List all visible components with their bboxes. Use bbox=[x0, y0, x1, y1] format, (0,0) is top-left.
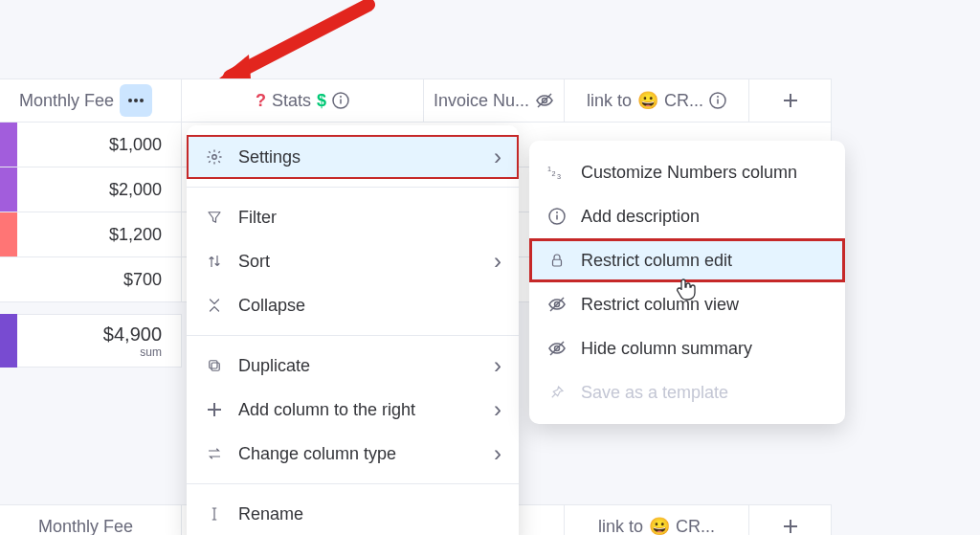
column-header-label: link to bbox=[598, 517, 643, 536]
column-header-monthly-fee[interactable]: Monthly Fee bbox=[0, 505, 182, 535]
collapse-icon bbox=[204, 297, 225, 314]
pointer-cursor-icon bbox=[675, 278, 698, 302]
menu-item-collapse[interactable]: Collapse bbox=[187, 283, 519, 327]
submenu-item-add-description[interactable]: Add description bbox=[529, 194, 845, 238]
menu-item-label: Change column type bbox=[238, 444, 396, 464]
question-mark-icon: ? bbox=[256, 91, 266, 111]
svg-point-11 bbox=[717, 96, 719, 98]
dollar-icon: $ bbox=[317, 91, 326, 111]
info-icon[interactable] bbox=[709, 92, 726, 109]
column-header-link[interactable]: link to 😀 CR... bbox=[565, 79, 749, 122]
menu-item-label: Settings bbox=[238, 147, 301, 167]
svg-point-6 bbox=[340, 96, 342, 98]
summary-value: $4,900 bbox=[103, 323, 162, 346]
column-header-label: link to bbox=[587, 91, 632, 111]
menu-item-label: Sort bbox=[238, 252, 270, 272]
chevron-right-icon: › bbox=[494, 354, 501, 377]
cell-value: $1,200 bbox=[109, 225, 162, 245]
svg-rect-18 bbox=[210, 361, 217, 368]
plus-icon bbox=[204, 401, 225, 418]
svg-rect-27 bbox=[553, 259, 562, 266]
menu-item-label: Filter bbox=[238, 208, 277, 228]
swap-icon bbox=[204, 445, 225, 462]
eye-off-icon bbox=[546, 295, 568, 314]
menu-item-filter[interactable]: Filter bbox=[187, 195, 519, 239]
menu-item-add-column-right[interactable]: Add column to the right › bbox=[187, 388, 519, 432]
cell-value: $700 bbox=[123, 270, 162, 290]
plus-icon bbox=[782, 518, 799, 535]
menu-item-duplicate[interactable]: Duplicate › bbox=[187, 344, 519, 388]
submenu-item-restrict-edit[interactable]: Restrict column edit bbox=[529, 238, 845, 282]
menu-item-label: Hide column summary bbox=[581, 339, 752, 359]
menu-item-label: Duplicate bbox=[238, 356, 310, 376]
submenu-item-customize[interactable]: 123 Customize Numbers column bbox=[529, 150, 845, 194]
svg-text:1: 1 bbox=[547, 165, 551, 173]
column-header-label: Monthly Fee bbox=[38, 517, 133, 536]
duplicate-icon bbox=[204, 357, 225, 374]
chevron-right-icon: › bbox=[494, 145, 501, 168]
chevron-right-icon: › bbox=[494, 250, 501, 273]
eye-off-icon bbox=[535, 91, 554, 110]
submenu-item-hide-summary[interactable]: Hide column summary bbox=[529, 326, 845, 370]
column-header-stats[interactable]: ? Stats $ bbox=[182, 79, 424, 122]
menu-item-label: Customize Numbers column bbox=[581, 163, 797, 183]
menu-item-sort[interactable]: Sort › bbox=[187, 239, 519, 283]
column-header-invoice[interactable]: Invoice Nu... bbox=[424, 79, 565, 122]
cell-monthly-fee[interactable]: $700 bbox=[17, 257, 182, 301]
column-summary-cell[interactable]: $4,900 sum bbox=[17, 314, 182, 368]
svg-point-16 bbox=[212, 155, 217, 160]
menu-item-label: Rename bbox=[238, 504, 303, 524]
menu-item-label: Collapse bbox=[238, 296, 305, 316]
dots-horizontal-icon bbox=[127, 98, 145, 103]
cell-monthly-fee[interactable]: $2,000 bbox=[17, 167, 182, 212]
column-context-menu: Settings › Filter Sort › Collapse Duplic… bbox=[187, 125, 519, 535]
pin-icon bbox=[546, 384, 568, 401]
column-header-label: Stats bbox=[272, 91, 311, 111]
svg-point-1 bbox=[128, 99, 132, 102]
info-icon[interactable] bbox=[332, 92, 349, 109]
svg-rect-25 bbox=[556, 215, 558, 220]
column-header-label: Invoice Nu... bbox=[434, 91, 529, 111]
chevron-right-icon: › bbox=[494, 442, 501, 465]
row-color bbox=[0, 167, 17, 212]
svg-rect-17 bbox=[212, 363, 219, 370]
add-column-button[interactable] bbox=[749, 79, 832, 122]
menu-item-label: Add description bbox=[581, 207, 700, 227]
menu-item-rename[interactable]: Rename bbox=[187, 492, 519, 535]
svg-point-26 bbox=[556, 212, 558, 213]
menu-item-label: Restrict column edit bbox=[581, 251, 732, 271]
columns-header-row: Monthly Fee ? Stats $ Invoice Nu... link… bbox=[0, 78, 832, 123]
column-header-label: Monthly Fee bbox=[19, 91, 114, 111]
summary-label: sum bbox=[140, 346, 162, 359]
menu-item-settings[interactable]: Settings › bbox=[187, 135, 519, 179]
emoji-icon: 😀 bbox=[637, 90, 658, 111]
info-icon bbox=[546, 208, 568, 225]
svg-text:2: 2 bbox=[552, 169, 556, 178]
cell-value: $1,000 bbox=[109, 135, 162, 155]
lock-icon bbox=[546, 252, 568, 269]
gear-icon bbox=[204, 148, 225, 166]
plus-icon bbox=[782, 92, 799, 109]
menu-item-change-type[interactable]: Change column type › bbox=[187, 432, 519, 476]
chevron-right-icon: › bbox=[494, 398, 501, 421]
eye-off-icon bbox=[546, 339, 568, 358]
row-color bbox=[0, 314, 17, 368]
column-more-button[interactable] bbox=[120, 84, 152, 117]
menu-item-label: Add column to the right bbox=[238, 400, 415, 420]
row-color bbox=[0, 257, 17, 301]
cell-monthly-fee[interactable]: $1,000 bbox=[17, 123, 182, 167]
cell-value: $2,000 bbox=[109, 180, 162, 200]
link-target-label: CR... bbox=[664, 91, 703, 111]
menu-item-label: Save as a template bbox=[581, 383, 728, 403]
menu-item-label: Restrict column view bbox=[581, 295, 739, 315]
add-column-button[interactable] bbox=[749, 505, 832, 535]
cell-monthly-fee[interactable]: $1,200 bbox=[17, 212, 182, 256]
submenu-item-save-template: Save as a template bbox=[529, 370, 845, 414]
row-color bbox=[0, 123, 17, 167]
text-cursor-icon bbox=[204, 505, 225, 523]
column-header-link[interactable]: link to 😀 CR... bbox=[565, 505, 749, 535]
column-header-monthly-fee[interactable]: Monthly Fee bbox=[0, 79, 182, 122]
svg-point-2 bbox=[134, 99, 138, 102]
funnel-icon bbox=[204, 209, 225, 226]
svg-point-3 bbox=[140, 99, 144, 102]
